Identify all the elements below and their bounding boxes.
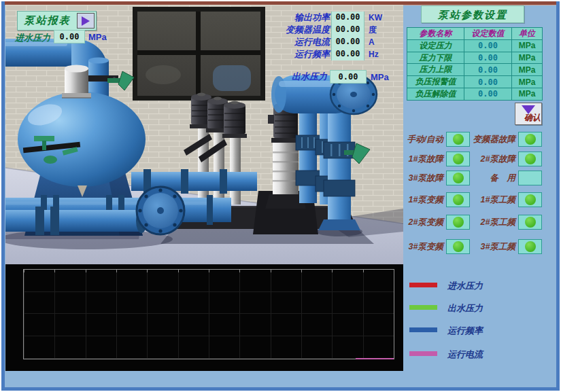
lamp-pump1-mains: [518, 192, 542, 207]
col-header-name: 参数名称: [407, 28, 464, 39]
run-current-row: 运行电流 00.00 A: [230, 36, 375, 48]
param-unit: MPa: [512, 88, 542, 100]
inverter-temp-label: 变频器温度: [230, 24, 330, 36]
indicator-label-pump3-fault: 3#泵故障: [398, 173, 443, 184]
parameter-table: 参数名称 设定数值 单位 设定压力 0.00 MPa 压力下限 0.00 MPa…: [407, 27, 543, 101]
param-value-input[interactable]: 0.00: [464, 88, 511, 100]
left-border: [1, 1, 5, 391]
indicator-label-pump2-vfd: 2#泵变频: [398, 217, 443, 228]
plot-top-ticks: [24, 270, 394, 272]
run-freq-value: 00.00: [331, 48, 364, 60]
run-current-label: 运行电流: [230, 36, 330, 48]
indicator-label-spare: 备 用: [466, 173, 515, 184]
confirm-button[interactable]: 确认: [515, 103, 542, 125]
lamp-pump2-mains: [518, 215, 542, 230]
indicator-label-vfd-fault: 变频器故障: [466, 134, 515, 145]
param-unit: MPa: [512, 76, 542, 88]
legend-swatch-outlet: [409, 305, 437, 310]
inlet-pressure-label: 进水压力: [15, 32, 54, 44]
param-name: 压力下限: [407, 52, 464, 64]
param-value-input[interactable]: 0.00: [464, 76, 511, 88]
indicator-label-pump1-vfd: 1#泵变频: [398, 194, 443, 206]
run-current-unit: A: [369, 37, 375, 47]
param-unit: MPa: [512, 64, 542, 75]
run-freq-unit: Hz: [369, 50, 379, 59]
legend-swatch-current: [409, 351, 437, 356]
param-name: 负压报警值: [407, 76, 464, 88]
inverter-temp-row: 变频器温度 00.00 度: [230, 24, 377, 36]
pipe-end-flange: [137, 187, 184, 234]
output-power-row: 输出功率 00.00 KW: [230, 12, 382, 24]
outlet-pressure-label: 出水压力: [279, 71, 327, 83]
trend-chart: [5, 264, 403, 371]
inlet-pressure-unit: MPa: [88, 32, 107, 42]
pump-room-3d-view: 泵站报表 进水压力 0.00 MPa 输出功率 00.00 KW 变频器温度 0…: [5, 5, 403, 264]
indicator-label-pump1-fault: 1#泵故障: [398, 154, 443, 165]
param-name: 负压解除值: [407, 88, 464, 100]
pump-station-hmi-screen: 泵站报表 进水压力 0.00 MPa 输出功率 00.00 KW 变频器温度 0…: [0, 0, 561, 392]
report-nav-box[interactable]: [77, 13, 95, 29]
legend-label-inlet: 进水压力: [447, 280, 483, 292]
legend-label-outlet: 出水压力: [447, 302, 483, 315]
col-header-unit: 单位: [512, 28, 542, 39]
legend-label-current: 运行电流: [447, 349, 483, 361]
run-current-value: 00.00: [331, 36, 364, 48]
run-freq-row: 运行频率 00.00 Hz: [230, 48, 379, 60]
legend-swatch-inlet: [409, 283, 437, 287]
col-header-value: 设定数值: [464, 28, 511, 39]
bottom-border: [1, 387, 560, 391]
legend-swatch-frequency: [409, 327, 437, 332]
indicator-label-manual-auto: 手动/自动: [398, 134, 443, 145]
play-triangle-icon: [82, 16, 90, 26]
outlet-pressure-unit: MPa: [371, 72, 389, 82]
output-power-value: 00.00: [331, 12, 364, 24]
outlet-pressure-value: 0.00: [330, 70, 367, 84]
param-value-input[interactable]: 0.00: [464, 64, 511, 75]
outlet-pressure-row: 出水压力 0.00 MPa: [279, 70, 389, 84]
param-value-input[interactable]: 0.00: [464, 52, 511, 64]
param-unit: MPa: [512, 40, 542, 52]
trend-plot-area: [23, 269, 394, 359]
output-power-label: 输出功率: [230, 12, 330, 24]
run-freq-label: 运行频率: [230, 48, 330, 60]
legend-label-frequency: 运行频率: [447, 325, 483, 337]
param-name: 压力上限: [407, 64, 464, 75]
indicator-label-pump2-fault: 2#泵故障: [466, 154, 515, 165]
lamp-pump3-mains: [518, 239, 542, 254]
inlet-pressure-value: 0.00: [54, 30, 85, 43]
inverter-temp-unit: 度: [369, 24, 377, 36]
indicator-label-pump3-mains: 3#泵工频: [466, 241, 515, 253]
inverter-temp-value: 00.00: [331, 24, 364, 36]
indicator-label-pump2-mains: 2#泵工频: [466, 217, 515, 228]
confirm-button-label: 确认: [524, 112, 541, 124]
param-name: 设定压力: [407, 40, 464, 52]
right-border: [556, 1, 560, 391]
output-power-unit: KW: [369, 13, 382, 22]
lamp-vfd-fault: [518, 132, 542, 147]
run-current-trace: [356, 358, 394, 359]
report-button[interactable]: 泵站报表: [17, 11, 97, 31]
settings-panel-title: 泵站参数设置: [421, 5, 524, 23]
param-unit: MPa: [512, 52, 542, 64]
indicator-label-pump3-vfd: 3#泵变频: [398, 241, 443, 253]
lamp-spare: [518, 171, 542, 185]
report-button-label: 泵站报表: [18, 14, 77, 27]
lamp-pump2-fault: [518, 152, 542, 166]
indicator-label-pump1-mains: 1#泵工频: [466, 194, 515, 206]
param-value-input[interactable]: 0.00: [464, 40, 511, 52]
